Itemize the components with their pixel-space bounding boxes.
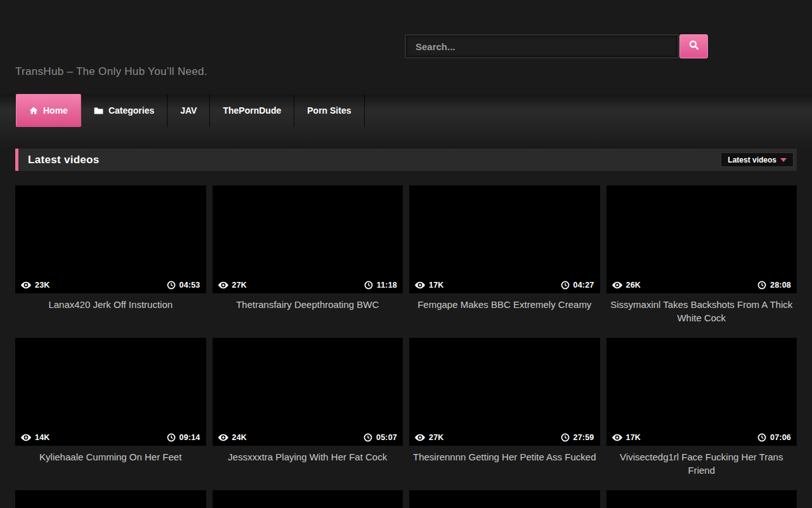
- eye-icon: [21, 281, 31, 289]
- eye-icon: [218, 434, 228, 441]
- clock-icon: [167, 281, 176, 290]
- video-card[interactable]: 24K 05:07 Jessxxxtra Playing With Her Fa…: [213, 338, 403, 478]
- video-thumbnail[interactable]: 17K 07:06: [606, 338, 797, 446]
- video-meta-bar: 24K 05:07: [213, 429, 403, 446]
- video-meta-bar: 26K 28:08: [606, 276, 797, 293]
- section-title: Latest videos: [28, 154, 100, 166]
- video-title[interactable]: Femgape Makes BBC Extremely Creamy: [409, 298, 600, 311]
- video-card[interactable]: 23K 04:53 Lanax420 Jerk Off Instruction: [15, 185, 206, 325]
- video-card[interactable]: [409, 490, 600, 508]
- site-header: TransHub – The Only Hub You’ll Need.: [0, 0, 812, 94]
- views-count: 23K: [21, 281, 50, 290]
- video-title[interactable]: Sissymaxinl Takes Backshots From A Thick…: [606, 298, 797, 324]
- video-duration: 11:18: [364, 281, 397, 290]
- video-thumbnail[interactable]: [606, 490, 797, 508]
- views-count: 17K: [612, 433, 641, 442]
- video-duration: 05:07: [363, 433, 397, 442]
- video-duration: 09:14: [167, 433, 200, 442]
- video-thumbnail[interactable]: 14K 09:14: [15, 338, 206, 446]
- video-title[interactable]: Jessxxxtra Playing With Her Fat Cock: [213, 450, 403, 464]
- eye-icon: [21, 434, 31, 441]
- video-card[interactable]: [15, 490, 206, 508]
- eye-icon: [415, 281, 425, 289]
- caret-down-icon: [780, 158, 787, 162]
- video-thumbnail[interactable]: 27K 11:18: [213, 185, 403, 293]
- video-thumbnail[interactable]: 17K 04:27: [409, 185, 600, 293]
- video-duration: 28:08: [757, 281, 791, 290]
- clock-icon: [364, 281, 373, 290]
- views-count: 27K: [218, 281, 247, 290]
- video-grid: 23K 04:53 Lanax420 Jerk Off Instruction …: [15, 185, 797, 508]
- video-meta-bar: 17K 04:27: [409, 276, 600, 293]
- video-meta-bar: 14K 09:14: [15, 429, 206, 446]
- video-title[interactable]: Thetransfairy Deepthroating BWC: [213, 298, 403, 311]
- video-title[interactable]: Vivisectedg1rl Face Fucking Her Trans Fr…: [606, 450, 797, 477]
- clock-icon: [561, 433, 570, 442]
- eye-icon: [218, 281, 228, 289]
- video-thumbnail[interactable]: 26K 28:08: [606, 185, 797, 293]
- nav-item-theporndude[interactable]: ThePornDude: [210, 94, 294, 127]
- video-card[interactable]: 27K 27:59 Thesirennnn Getting Her Petite…: [409, 338, 600, 478]
- search-form: [405, 34, 708, 58]
- eye-icon: [612, 281, 622, 289]
- video-thumbnail[interactable]: 27K 27:59: [409, 338, 600, 446]
- video-meta-bar: 17K 07:06: [606, 429, 797, 446]
- video-card[interactable]: 17K 07:06 Vivisectedg1rl Face Fucking He…: [606, 338, 797, 478]
- sort-dropdown-label: Latest videos: [728, 156, 776, 164]
- main-nav-bar: Home Categories JAV ThePornDude Porn Sit…: [0, 94, 812, 147]
- clock-icon: [757, 281, 766, 290]
- video-card[interactable]: 17K 04:27 Femgape Makes BBC Extremely Cr…: [409, 185, 600, 325]
- video-card[interactable]: [213, 490, 403, 508]
- video-thumbnail[interactable]: 24K 05:07: [213, 338, 403, 446]
- video-card[interactable]: 27K 11:18 Thetransfairy Deepthroating BW…: [213, 185, 403, 325]
- views-count: 26K: [612, 281, 641, 290]
- nav-item-jav[interactable]: JAV: [167, 94, 210, 127]
- site-tagline: TransHub – The Only Hub You’ll Need.: [15, 65, 207, 78]
- clock-icon: [167, 433, 176, 442]
- nav-item-label: Categories: [108, 105, 154, 116]
- eye-icon: [415, 434, 425, 441]
- video-duration: 27:59: [561, 433, 594, 442]
- video-thumbnail[interactable]: 23K 04:53: [15, 185, 206, 293]
- nav-item-label: JAV: [180, 105, 197, 116]
- video-meta-bar: 27K 11:18: [213, 276, 403, 293]
- clock-icon: [363, 433, 372, 442]
- video-card[interactable]: 26K 28:08 Sissymaxinl Takes Backshots Fr…: [606, 185, 797, 325]
- clock-icon: [561, 281, 570, 290]
- home-icon: [29, 106, 38, 115]
- video-meta-bar: 27K 27:59: [409, 429, 600, 446]
- views-count: 24K: [218, 433, 247, 442]
- video-title[interactable]: Lanax420 Jerk Off Instruction: [15, 298, 206, 311]
- nav-item-label: Home: [43, 105, 68, 116]
- main-content: Latest videos Latest videos 23K 04:53: [0, 147, 812, 508]
- nav-item-label: ThePornDude: [223, 105, 281, 116]
- search-icon: [688, 39, 700, 53]
- video-thumbnail[interactable]: [213, 490, 403, 508]
- video-card[interactable]: 14K 09:14 Kyliehaale Cumming On Her Feet: [15, 338, 206, 478]
- video-duration: 04:27: [561, 281, 594, 290]
- clock-icon: [757, 433, 766, 442]
- video-card[interactable]: [606, 490, 797, 508]
- video-title[interactable]: Kyliehaale Cumming On Her Feet: [15, 450, 206, 464]
- nav-item-categories[interactable]: Categories: [81, 94, 167, 127]
- video-thumbnail[interactable]: [409, 490, 600, 508]
- video-meta-bar: 23K 04:53: [15, 276, 206, 293]
- video-duration: 07:06: [757, 433, 791, 442]
- video-thumbnail[interactable]: [15, 490, 206, 508]
- search-button[interactable]: [679, 34, 708, 58]
- views-count: 14K: [21, 433, 50, 442]
- nav-item-label: Porn Sites: [307, 105, 351, 116]
- views-count: 27K: [415, 433, 444, 442]
- video-duration: 04:53: [167, 281, 200, 290]
- nav-item-home[interactable]: Home: [16, 94, 81, 127]
- nav-item-porn-sites[interactable]: Porn Sites: [294, 94, 364, 127]
- search-input[interactable]: [405, 34, 679, 58]
- folder-icon: [94, 107, 103, 115]
- eye-icon: [612, 434, 622, 441]
- main-nav: Home Categories JAV ThePornDude Porn Sit…: [16, 94, 812, 127]
- video-title[interactable]: Thesirennnn Getting Her Petite Ass Fucke…: [409, 450, 600, 464]
- latest-videos-header: Latest videos Latest videos: [15, 149, 797, 171]
- views-count: 17K: [415, 281, 444, 290]
- sort-dropdown[interactable]: Latest videos: [721, 152, 794, 167]
